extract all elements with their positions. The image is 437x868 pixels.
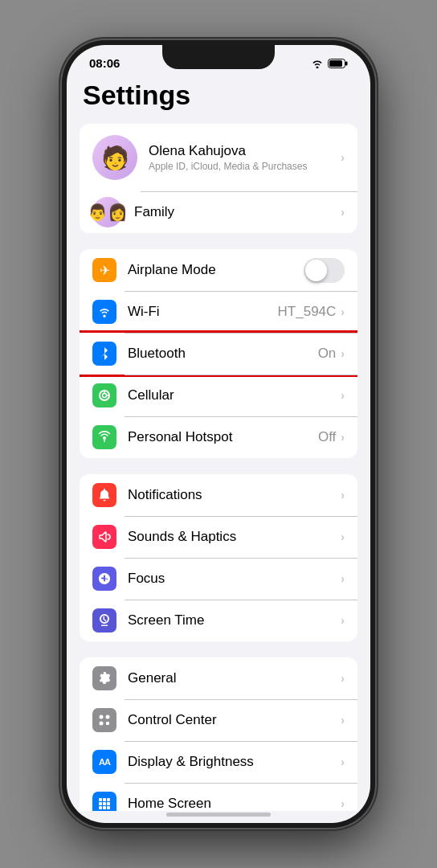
general-chevron: › xyxy=(341,672,345,685)
screentime-icon xyxy=(92,608,116,633)
page-title: Settings xyxy=(67,73,370,124)
controlcenter-chevron: › xyxy=(341,714,345,727)
bluetooth-chevron: › xyxy=(341,347,345,360)
family-row[interactable]: 👨‍👩 Family › xyxy=(80,191,357,233)
wifi-value: HT_594C xyxy=(278,304,337,320)
homescreen-chevron: › xyxy=(341,797,345,810)
battery-icon xyxy=(328,59,348,68)
svg-rect-1 xyxy=(345,61,348,65)
settings-content: Settings 🧑 Olena Kahujova Apple ID, iClo… xyxy=(67,73,370,811)
general-group: General › Control Center › xyxy=(80,657,357,811)
family-avatar: 👨‍👩 xyxy=(92,197,123,227)
svg-rect-18 xyxy=(107,802,110,805)
svg-rect-12 xyxy=(106,722,109,725)
profile-avatar: 🧑 xyxy=(92,135,137,180)
display-chevron: › xyxy=(341,755,345,768)
notifications-row[interactable]: Notifications › xyxy=(80,474,357,516)
wifi-label: Wi-Fi xyxy=(128,304,278,320)
svg-rect-2 xyxy=(329,60,342,67)
profile-subtitle: Apple ID, iCloud, Media & Purchases xyxy=(149,161,341,172)
status-icons xyxy=(311,59,348,68)
phone-frame: 08:06 Settings xyxy=(62,40,375,828)
cellular-label: Cellular xyxy=(128,387,341,403)
focus-row[interactable]: Focus › xyxy=(80,558,357,600)
svg-point-11 xyxy=(100,722,104,726)
airplane-toggle-knob xyxy=(305,260,327,281)
svg-rect-15 xyxy=(107,798,110,801)
controlcenter-label: Control Center xyxy=(128,712,341,728)
notifications-label: Notifications xyxy=(128,487,341,503)
svg-point-7 xyxy=(103,436,106,440)
bluetooth-value: On xyxy=(318,346,337,362)
screentime-label: Screen Time xyxy=(128,612,341,628)
focus-label: Focus xyxy=(128,571,341,587)
svg-rect-21 xyxy=(107,806,110,809)
cellular-icon xyxy=(92,383,116,407)
status-time: 08:06 xyxy=(89,56,120,70)
homescreen-row[interactable]: Home Screen › xyxy=(80,783,357,811)
svg-point-9 xyxy=(100,715,104,719)
sounds-label: Sounds & Haptics xyxy=(128,529,341,545)
wifi-row[interactable]: Wi-Fi HT_594C › xyxy=(80,291,357,333)
general-row[interactable]: General › xyxy=(80,657,357,699)
sounds-row[interactable]: Sounds & Haptics › xyxy=(80,516,357,558)
svg-rect-16 xyxy=(99,802,102,805)
phone-screen: 08:06 Settings xyxy=(67,45,370,823)
wifi-settings-icon xyxy=(92,300,116,324)
cellular-row[interactable]: Cellular › xyxy=(80,375,357,416)
general-icon xyxy=(92,666,116,690)
display-label: Display & Brightness xyxy=(128,754,341,770)
hotspot-icon xyxy=(92,425,116,449)
sounds-icon xyxy=(92,525,116,549)
wifi-icon xyxy=(311,59,324,68)
svg-rect-20 xyxy=(103,806,106,809)
airplane-mode-row[interactable]: ✈ Airplane Mode xyxy=(80,249,357,291)
svg-point-10 xyxy=(106,715,110,719)
focus-chevron: › xyxy=(341,572,345,585)
profile-row[interactable]: 🧑 Olena Kahujova Apple ID, iCloud, Media… xyxy=(80,124,357,191)
bluetooth-icon xyxy=(92,342,116,366)
notifications-group: Notifications › Sounds & Haptics › xyxy=(80,474,357,641)
hotspot-chevron: › xyxy=(341,431,345,444)
profile-info: Olena Kahujova Apple ID, iCloud, Media &… xyxy=(149,143,341,172)
airplane-toggle[interactable] xyxy=(304,258,345,283)
profile-group: 🧑 Olena Kahujova Apple ID, iCloud, Media… xyxy=(80,124,357,233)
sounds-chevron: › xyxy=(341,530,345,543)
network-group: ✈ Airplane Mode Wi-Fi HT_594C › xyxy=(80,249,357,458)
homescreen-label: Home Screen xyxy=(128,796,341,811)
controlcenter-row[interactable]: Control Center › xyxy=(80,699,357,741)
display-icon: AA xyxy=(92,750,116,774)
svg-point-4 xyxy=(103,394,107,398)
wifi-chevron: › xyxy=(341,305,345,318)
profile-chevron: › xyxy=(341,151,345,164)
family-label: Family xyxy=(134,204,341,220)
home-indicator xyxy=(166,813,271,817)
homescreen-icon xyxy=(92,792,116,811)
general-label: General xyxy=(128,670,341,686)
svg-rect-19 xyxy=(99,806,102,809)
svg-rect-14 xyxy=(103,798,106,801)
hotspot-label: Personal Hotspot xyxy=(128,429,318,445)
family-chevron: › xyxy=(341,206,345,219)
display-row[interactable]: AA Display & Brightness › xyxy=(80,741,357,783)
screentime-row[interactable]: Screen Time › xyxy=(80,600,357,641)
screentime-chevron: › xyxy=(341,614,345,627)
hotspot-row[interactable]: Personal Hotspot Off › xyxy=(80,416,357,458)
notifications-chevron: › xyxy=(341,489,345,502)
controlcenter-icon xyxy=(92,708,116,732)
focus-icon xyxy=(92,567,116,591)
bluetooth-label: Bluetooth xyxy=(128,346,318,362)
airplane-label: Airplane Mode xyxy=(128,262,304,278)
svg-rect-13 xyxy=(99,798,102,801)
hotspot-value: Off xyxy=(318,429,336,445)
cellular-chevron: › xyxy=(341,389,345,402)
notifications-icon xyxy=(92,483,116,507)
profile-name: Olena Kahujova xyxy=(149,143,341,159)
airplane-icon: ✈ xyxy=(92,258,116,282)
notch xyxy=(162,45,275,69)
bluetooth-row[interactable]: Bluetooth On › xyxy=(80,333,357,375)
svg-rect-17 xyxy=(103,802,106,805)
